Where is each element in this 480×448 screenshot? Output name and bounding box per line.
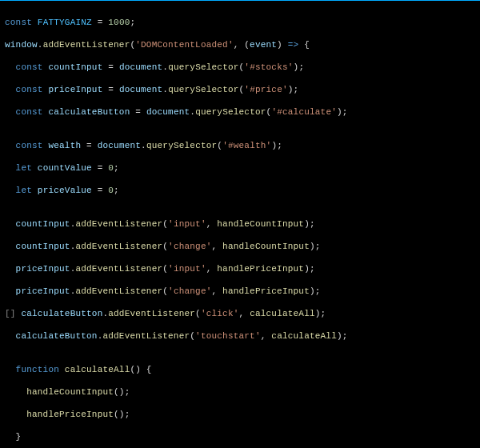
code-line: handleCountInput(); bbox=[5, 386, 478, 398]
punct: ; bbox=[130, 18, 136, 27]
code-line: countInput.addEventListener('input', han… bbox=[5, 218, 478, 230]
code-editor[interactable]: const FATTYGAINZ = 1000; window.addEvent… bbox=[0, 2, 480, 448]
code-line: [] calculateButton.addEventListener('cli… bbox=[5, 308, 478, 319]
code-line: const calculateButton = document.querySe… bbox=[5, 106, 478, 118]
code-line: const countInput = document.querySelecto… bbox=[5, 62, 478, 73]
code-line: const priceInput = document.querySelecto… bbox=[5, 84, 478, 95]
gutter-mark: [] bbox=[5, 309, 16, 318]
code-line: function calculateAll() { bbox=[5, 364, 478, 375]
code-line: priceInput.addEventListener('input', han… bbox=[5, 263, 478, 274]
code-line: } bbox=[5, 431, 478, 442]
code-line: priceInput.addEventListener('change', ha… bbox=[5, 286, 478, 297]
string: 'DOMContentLoaded' bbox=[135, 40, 233, 50]
identifier: window bbox=[5, 40, 38, 50]
code-line: const FATTYGAINZ = 1000; bbox=[5, 17, 478, 28]
top-ruler bbox=[0, 0, 480, 1]
keyword: const bbox=[5, 18, 32, 27]
number: 1000 bbox=[108, 18, 130, 27]
code-line: let priceValue = 0; bbox=[5, 185, 478, 196]
code-line: window.addEventListener('DOMContentLoade… bbox=[5, 39, 478, 50]
code-line: handlePriceInput(); bbox=[5, 409, 478, 420]
identifier: FATTYGAINZ bbox=[38, 18, 92, 27]
operator: = bbox=[98, 18, 103, 27]
code-line: let countValue = 0; bbox=[5, 162, 478, 174]
code-line: calculateButton.addEventListener('touchs… bbox=[5, 330, 478, 342]
code-line: const wealth = document.querySelector('#… bbox=[5, 140, 478, 151]
method: addEventListener bbox=[43, 40, 130, 50]
code-line: countInput.addEventListener('change', ha… bbox=[5, 241, 478, 252]
